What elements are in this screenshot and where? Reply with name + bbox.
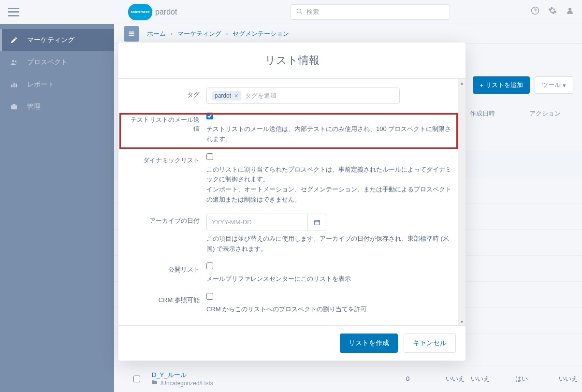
logo-text: pardot	[155, 8, 177, 16]
tools-button[interactable]: ツール ▾	[535, 76, 573, 94]
svg-line-1	[301, 13, 302, 14]
testlist-help: テストリストのメール送信は、内部テストにのみ使用され、100 プロスペクトに制限…	[206, 124, 457, 145]
sidebar-item-label: レポート	[27, 80, 54, 89]
chevron-down-icon: ▾	[563, 82, 566, 89]
field-tag: タグ pardot ✕ タグを追加	[118, 87, 466, 104]
tag-label: タグ	[127, 87, 206, 104]
sidebar-item-marketing[interactable]: マーケティング	[0, 29, 114, 51]
row-path: /Uncategorized/Lists	[160, 380, 213, 387]
svg-rect-11	[129, 31, 134, 32]
people-icon	[10, 58, 18, 67]
add-list-button[interactable]: + リストを追加	[473, 76, 530, 94]
hamburger-icon[interactable]	[8, 8, 19, 16]
breadcrumb-home[interactable]: ホーム	[147, 30, 166, 37]
scroll-down-icon[interactable]: ▾	[458, 318, 466, 325]
list-icon	[124, 26, 139, 42]
search-icon	[296, 8, 303, 16]
pencil-icon	[10, 36, 18, 44]
field-testlist: テストリストのメール送信 テストリストのメール送信は、内部テストにのみ使用され、…	[118, 113, 466, 145]
svg-point-4	[568, 8, 571, 11]
column-created-at[interactable]: 作成日時	[470, 109, 495, 118]
dynamic-help: このリストに割り当てられたプロスペクトは、事前定義されたルールによってダイナミッ…	[206, 165, 457, 185]
dynamic-label: ダイナミックリスト	[127, 153, 206, 205]
close-icon[interactable]: ✕	[234, 93, 238, 99]
row-cell: いいえ	[559, 375, 578, 383]
field-dynamic: ダイナミックリスト このリストに割り当てられたプロスペクトは、事前定義されたルー…	[118, 153, 466, 205]
search-field[interactable]	[306, 8, 445, 15]
testlist-checkbox[interactable]	[206, 113, 213, 119]
modal-header: リスト情報	[118, 43, 466, 79]
sidebar: マーケティング プロスペクト レポート 管理	[0, 24, 114, 392]
logo[interactable]: salesforce pardot	[128, 4, 177, 20]
create-list-button[interactable]: リストを作成	[340, 334, 398, 353]
tag-chip[interactable]: pardot ✕	[212, 91, 241, 101]
tag-placeholder: タグを追加	[245, 91, 276, 100]
breadcrumb-segmentation[interactable]: セグメンテーション	[233, 30, 289, 37]
svg-rect-7	[11, 85, 13, 87]
crm-help: CRM からこのリストへのプロスペクトの割り当てを許可	[206, 305, 457, 315]
row-cell: はい	[515, 375, 528, 383]
chevron-right-icon: ›	[171, 30, 173, 37]
row-name[interactable]: D_Y_ルール	[152, 371, 213, 379]
scroll-up-icon[interactable]: ▴	[458, 79, 466, 87]
crm-label: CRM 参照可能	[127, 293, 206, 315]
modal-list-info: リスト情報 タグ pardot ✕ タグを追加 テストリストの	[118, 43, 466, 361]
svg-rect-8	[14, 83, 15, 87]
breadcrumb: ホーム › マーケティング › セグメンテーション	[114, 24, 582, 44]
chevron-right-icon: ›	[226, 30, 228, 37]
archive-date-input[interactable]	[206, 214, 326, 231]
sidebar-item-reports[interactable]: レポート	[0, 73, 114, 96]
calendar-icon[interactable]	[307, 214, 326, 231]
svg-rect-13	[129, 35, 134, 36]
svg-rect-9	[15, 84, 17, 87]
svg-point-0	[297, 9, 301, 13]
sidebar-item-prospects[interactable]: プロスペクト	[0, 51, 114, 73]
tag-input[interactable]: pardot ✕ タグを追加	[206, 87, 400, 104]
add-list-label: リストを追加	[485, 81, 523, 89]
svg-point-6	[15, 60, 16, 62]
user-icon[interactable]	[566, 6, 574, 17]
crm-checkbox[interactable]	[206, 293, 213, 300]
svg-point-5	[12, 60, 14, 62]
modal-title: リスト情報	[118, 53, 466, 68]
row-cell: いいえ	[446, 375, 465, 383]
folder-icon	[152, 379, 158, 387]
field-crm: CRM 参照可能 CRM からこのリストへのプロスペクトの割り当てを許可	[118, 293, 466, 315]
column-actions: アクション	[529, 109, 561, 118]
modal-footer: リストを作成 キャンセル	[118, 325, 466, 361]
table-row[interactable]: D_Y_ルール /Uncategorized/Lists 0 いいえ いいえ は…	[114, 365, 582, 392]
breadcrumb-marketing[interactable]: マーケティング	[177, 30, 221, 37]
testlist-label: テストリストのメール送信	[127, 113, 206, 145]
action-bar: + リストを追加 ツール ▾	[473, 76, 573, 94]
row-checkbox[interactable]	[133, 376, 140, 382]
archive-label: アーカイブの日付	[127, 214, 206, 254]
dynamic-help2: インポート、オートメーション、セグメンテーション、または手動によるプロスペクトの…	[206, 185, 457, 205]
tools-label: ツール	[542, 81, 561, 89]
topbar: salesforce pardot	[0, 0, 582, 24]
tag-chip-text: pardot	[215, 92, 231, 99]
public-help: メールプリファレンスセンターにこのリストを表示	[206, 274, 457, 284]
chart-icon	[10, 80, 18, 89]
cancel-button[interactable]: キャンセル	[404, 334, 456, 353]
svg-rect-14	[314, 220, 320, 225]
archive-date-field[interactable]	[207, 218, 307, 226]
field-public: 公開リスト メールプリファレンスセンターにこのリストを表示	[118, 262, 466, 284]
dynamic-checkbox[interactable]	[206, 153, 213, 160]
svg-rect-12	[129, 33, 134, 34]
modal-scrollbar[interactable]: ▴ ▾	[458, 79, 466, 325]
modal-body: タグ pardot ✕ タグを追加 テストリストのメール送信 テスト	[118, 79, 466, 325]
field-archive: アーカイブの日付 この項目は並び替えのみに使用します。アーカイブの日付が保存され…	[118, 214, 466, 254]
public-checkbox[interactable]	[206, 262, 213, 269]
help-icon[interactable]	[531, 6, 539, 17]
sidebar-item-label: プロスペクト	[27, 58, 68, 67]
public-label: 公開リスト	[127, 262, 206, 284]
sidebar-item-label: マーケティング	[27, 36, 74, 44]
row-count: 0	[406, 375, 409, 382]
gear-icon[interactable]	[548, 6, 557, 17]
salesforce-cloud-icon: salesforce	[128, 4, 152, 20]
plus-icon: +	[480, 82, 483, 89]
row-cell: いいえ	[471, 375, 490, 383]
search-input[interactable]	[291, 4, 450, 20]
archive-help: この項目は並び替えのみに使用します。アーカイブの日付が保存され、東部標準時 (米…	[206, 234, 457, 254]
